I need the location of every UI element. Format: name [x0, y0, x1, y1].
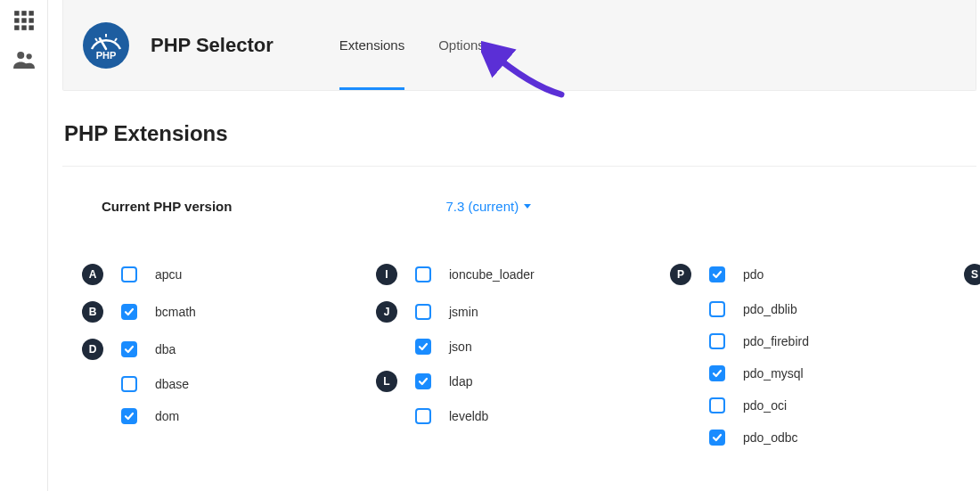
extension-checkbox[interactable] [709, 365, 725, 381]
extension-row: leveldb [376, 408, 661, 424]
chevron-down-icon [524, 204, 531, 209]
extension-row: pdo_odbc [670, 430, 955, 446]
extension-row: dom [82, 408, 367, 424]
extension-row: pdo_firebird [670, 333, 955, 349]
letter-badge: B [82, 301, 103, 323]
svg-point-10 [26, 53, 31, 59]
extension-row: json [376, 339, 661, 355]
extension-name: ioncube_loader [449, 267, 535, 282]
letter-badge: A [82, 264, 103, 285]
svg-rect-2 [29, 11, 33, 15]
extension-name: leveldb [449, 409, 488, 423]
letter-badge: L [376, 371, 397, 392]
extension-checkbox[interactable] [415, 408, 431, 424]
extension-row: S [964, 264, 980, 285]
extension-row: pdo_mysql [670, 365, 955, 381]
extension-row: Ddba [82, 339, 367, 360]
extensions-column: Iioncube_loaderJjsminjsonLldapleveldb [376, 264, 661, 446]
php-version-row: Current PHP version 7.3 (current) [62, 199, 976, 214]
extension-checkbox[interactable] [415, 373, 431, 389]
svg-rect-4 [21, 18, 26, 22]
extension-name: ldap [449, 374, 472, 389]
extension-name: apcu [155, 267, 182, 282]
divider [62, 166, 976, 167]
header-bar: PHP PHP Selector Extensions Options [62, 0, 976, 91]
left-rail [0, 0, 48, 491]
apps-grid-icon[interactable] [9, 5, 39, 36]
extension-row: Bbcmath [82, 301, 367, 323]
svg-point-9 [17, 52, 24, 59]
extension-checkbox[interactable] [709, 301, 725, 317]
extensions-column: Ppdopdo_dblibpdo_firebirdpdo_mysqlpdo_oc… [670, 264, 955, 446]
svg-rect-6 [14, 25, 19, 29]
extension-row: dbase [82, 376, 367, 392]
tab-label: Options [438, 37, 485, 53]
tab-label: Extensions [339, 37, 404, 53]
letter-badge: P [670, 264, 691, 285]
extension-name: dba [155, 342, 176, 356]
tab-options[interactable]: Options [438, 0, 485, 90]
svg-rect-8 [29, 25, 33, 29]
svg-rect-1 [21, 11, 26, 15]
php-logo-icon: PHP [83, 22, 129, 69]
extension-row: Jjsmin [376, 301, 661, 323]
extension-name: dbase [155, 377, 189, 391]
section-title: PHP Extensions [64, 121, 976, 146]
svg-rect-7 [21, 25, 26, 29]
extension-name: pdo [743, 267, 764, 282]
extension-row: pdo_dblib [670, 301, 955, 317]
app-title: PHP Selector [151, 34, 274, 57]
main-area: PHP PHP Selector Extensions Options PHP … [62, 0, 980, 446]
extension-row: Ppdo [670, 264, 955, 285]
extension-name: pdo_oci [743, 398, 787, 413]
extension-checkbox[interactable] [121, 408, 137, 424]
extension-name: pdo_mysql [743, 366, 804, 381]
extension-checkbox[interactable] [121, 341, 137, 357]
extension-name: dom [155, 409, 179, 423]
letter-badge: J [376, 301, 397, 323]
extension-name: bcmath [155, 305, 196, 319]
tabs: Extensions Options [339, 0, 485, 90]
letter-badge: D [82, 339, 103, 360]
extensions-grid: AapcuBbcmathDdbadbasedomIioncube_loaderJ… [62, 264, 976, 446]
extension-name: jsmin [449, 305, 478, 319]
extension-checkbox[interactable] [709, 430, 725, 446]
svg-text:PHP: PHP [96, 50, 117, 61]
extension-checkbox[interactable] [121, 304, 137, 320]
version-value-text: 7.3 (current) [445, 199, 519, 214]
extension-checkbox[interactable] [121, 376, 137, 392]
extension-row: pdo_oci [670, 397, 955, 413]
extension-row: Aapcu [82, 264, 367, 285]
extensions-column: S [964, 264, 980, 446]
extension-row: Iioncube_loader [376, 264, 661, 285]
svg-rect-3 [14, 18, 19, 22]
extension-name: pdo_odbc [743, 430, 798, 445]
extension-checkbox[interactable] [709, 333, 725, 349]
extension-checkbox[interactable] [121, 266, 137, 282]
version-label: Current PHP version [102, 199, 232, 214]
extensions-column: AapcuBbcmathDdbadbasedom [82, 264, 367, 446]
letter-badge: I [376, 264, 397, 285]
users-icon[interactable] [9, 45, 39, 75]
tab-extensions[interactable]: Extensions [339, 0, 404, 90]
svg-rect-5 [29, 18, 33, 22]
extension-checkbox[interactable] [709, 397, 725, 413]
extension-checkbox[interactable] [709, 266, 725, 282]
extension-checkbox[interactable] [415, 304, 431, 320]
extension-name: json [449, 340, 472, 354]
letter-badge: S [964, 264, 980, 285]
version-dropdown[interactable]: 7.3 (current) [445, 199, 531, 214]
extension-row: Lldap [376, 371, 661, 392]
svg-rect-0 [14, 11, 19, 15]
extension-checkbox[interactable] [415, 266, 431, 282]
extension-name: pdo_dblib [743, 302, 797, 316]
extension-name: pdo_firebird [743, 334, 809, 348]
extension-checkbox[interactable] [415, 339, 431, 355]
